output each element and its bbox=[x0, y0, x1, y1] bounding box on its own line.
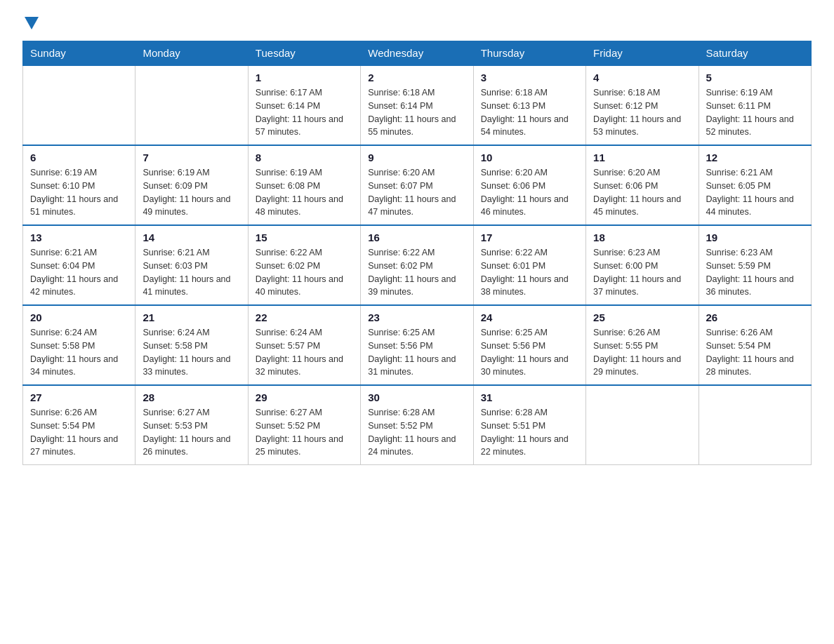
day-info: Sunrise: 6:26 AM Sunset: 5:54 PM Dayligh… bbox=[30, 406, 128, 459]
calendar-cell: 1Sunrise: 6:17 AM Sunset: 6:14 PM Daylig… bbox=[248, 65, 360, 145]
day-info: Sunrise: 6:21 AM Sunset: 6:04 PM Dayligh… bbox=[30, 246, 128, 299]
day-number: 30 bbox=[368, 391, 465, 403]
day-number: 6 bbox=[30, 152, 128, 163]
calendar-cell: 5Sunrise: 6:19 AM Sunset: 6:11 PM Daylig… bbox=[699, 65, 811, 145]
week-row-4: 20Sunrise: 6:24 AM Sunset: 5:58 PM Dayli… bbox=[23, 305, 812, 385]
logo bbox=[22, 17, 41, 29]
day-number: 13 bbox=[30, 232, 128, 243]
day-number: 15 bbox=[256, 232, 353, 243]
day-info: Sunrise: 6:19 AM Sunset: 6:10 PM Dayligh… bbox=[30, 166, 128, 219]
day-number: 27 bbox=[30, 391, 128, 403]
calendar-header-row: SundayMondayTuesdayWednesdayThursdayFrid… bbox=[23, 41, 812, 66]
calendar-cell: 19Sunrise: 6:23 AM Sunset: 5:59 PM Dayli… bbox=[699, 225, 811, 305]
day-info: Sunrise: 6:23 AM Sunset: 5:59 PM Dayligh… bbox=[706, 246, 804, 299]
day-number: 4 bbox=[593, 72, 691, 83]
week-row-3: 13Sunrise: 6:21 AM Sunset: 6:04 PM Dayli… bbox=[23, 225, 812, 305]
day-info: Sunrise: 6:18 AM Sunset: 6:12 PM Dayligh… bbox=[593, 86, 691, 139]
calendar-cell: 20Sunrise: 6:24 AM Sunset: 5:58 PM Dayli… bbox=[23, 305, 135, 385]
calendar-cell: 17Sunrise: 6:22 AM Sunset: 6:01 PM Dayli… bbox=[473, 225, 585, 305]
column-header-wednesday: Wednesday bbox=[361, 41, 473, 66]
week-row-2: 6Sunrise: 6:19 AM Sunset: 6:10 PM Daylig… bbox=[23, 145, 812, 225]
calendar-cell: 29Sunrise: 6:27 AM Sunset: 5:52 PM Dayli… bbox=[248, 385, 360, 465]
day-info: Sunrise: 6:26 AM Sunset: 5:55 PM Dayligh… bbox=[593, 326, 691, 379]
week-row-5: 27Sunrise: 6:26 AM Sunset: 5:54 PM Dayli… bbox=[23, 385, 812, 465]
column-header-thursday: Thursday bbox=[473, 41, 585, 66]
calendar-cell: 12Sunrise: 6:21 AM Sunset: 6:05 PM Dayli… bbox=[699, 145, 811, 225]
day-number: 21 bbox=[143, 311, 240, 323]
day-number: 9 bbox=[368, 152, 465, 163]
day-info: Sunrise: 6:28 AM Sunset: 5:52 PM Dayligh… bbox=[368, 406, 465, 459]
calendar-cell: 4Sunrise: 6:18 AM Sunset: 6:12 PM Daylig… bbox=[586, 65, 699, 145]
day-info: Sunrise: 6:17 AM Sunset: 6:14 PM Dayligh… bbox=[256, 86, 353, 139]
day-number: 11 bbox=[593, 152, 691, 163]
day-info: Sunrise: 6:27 AM Sunset: 5:52 PM Dayligh… bbox=[256, 406, 353, 459]
calendar-cell: 15Sunrise: 6:22 AM Sunset: 6:02 PM Dayli… bbox=[248, 225, 360, 305]
calendar-cell: 18Sunrise: 6:23 AM Sunset: 6:00 PM Dayli… bbox=[586, 225, 699, 305]
calendar-cell: 28Sunrise: 6:27 AM Sunset: 5:53 PM Dayli… bbox=[135, 385, 248, 465]
day-info: Sunrise: 6:24 AM Sunset: 5:58 PM Dayligh… bbox=[143, 326, 240, 379]
calendar-cell: 24Sunrise: 6:25 AM Sunset: 5:56 PM Dayli… bbox=[473, 305, 585, 385]
day-number: 28 bbox=[143, 391, 240, 403]
day-number: 19 bbox=[706, 232, 804, 243]
week-row-1: 1Sunrise: 6:17 AM Sunset: 6:14 PM Daylig… bbox=[23, 65, 812, 145]
calendar-cell: 23Sunrise: 6:25 AM Sunset: 5:56 PM Dayli… bbox=[361, 305, 473, 385]
day-number: 16 bbox=[368, 232, 465, 243]
day-info: Sunrise: 6:24 AM Sunset: 5:58 PM Dayligh… bbox=[30, 326, 128, 379]
calendar-cell: 16Sunrise: 6:22 AM Sunset: 6:02 PM Dayli… bbox=[361, 225, 473, 305]
day-number: 3 bbox=[481, 72, 578, 83]
calendar-cell: 6Sunrise: 6:19 AM Sunset: 6:10 PM Daylig… bbox=[23, 145, 135, 225]
calendar-cell: 25Sunrise: 6:26 AM Sunset: 5:55 PM Dayli… bbox=[586, 305, 699, 385]
day-number: 14 bbox=[143, 232, 240, 243]
day-info: Sunrise: 6:25 AM Sunset: 5:56 PM Dayligh… bbox=[481, 326, 578, 379]
calendar-cell: 21Sunrise: 6:24 AM Sunset: 5:58 PM Dayli… bbox=[135, 305, 248, 385]
day-info: Sunrise: 6:19 AM Sunset: 6:09 PM Dayligh… bbox=[143, 166, 240, 219]
day-number: 22 bbox=[256, 311, 353, 323]
calendar-cell bbox=[586, 385, 699, 465]
calendar-cell: 13Sunrise: 6:21 AM Sunset: 6:04 PM Dayli… bbox=[23, 225, 135, 305]
calendar-cell: 7Sunrise: 6:19 AM Sunset: 6:09 PM Daylig… bbox=[135, 145, 248, 225]
column-header-friday: Friday bbox=[586, 41, 699, 66]
day-info: Sunrise: 6:21 AM Sunset: 6:03 PM Dayligh… bbox=[143, 246, 240, 299]
calendar-cell: 14Sunrise: 6:21 AM Sunset: 6:03 PM Dayli… bbox=[135, 225, 248, 305]
day-number: 23 bbox=[368, 311, 465, 323]
day-info: Sunrise: 6:19 AM Sunset: 6:08 PM Dayligh… bbox=[256, 166, 353, 219]
day-info: Sunrise: 6:19 AM Sunset: 6:11 PM Dayligh… bbox=[706, 86, 804, 139]
day-info: Sunrise: 6:21 AM Sunset: 6:05 PM Dayligh… bbox=[706, 166, 804, 219]
calendar-cell: 30Sunrise: 6:28 AM Sunset: 5:52 PM Dayli… bbox=[361, 385, 473, 465]
day-number: 10 bbox=[481, 152, 578, 163]
day-info: Sunrise: 6:28 AM Sunset: 5:51 PM Dayligh… bbox=[481, 406, 578, 459]
calendar-cell: 22Sunrise: 6:24 AM Sunset: 5:57 PM Dayli… bbox=[248, 305, 360, 385]
day-info: Sunrise: 6:20 AM Sunset: 6:06 PM Dayligh… bbox=[593, 166, 691, 219]
calendar-cell: 11Sunrise: 6:20 AM Sunset: 6:06 PM Dayli… bbox=[586, 145, 699, 225]
column-header-sunday: Sunday bbox=[23, 41, 135, 66]
calendar-cell bbox=[699, 385, 811, 465]
day-info: Sunrise: 6:22 AM Sunset: 6:02 PM Dayligh… bbox=[256, 246, 353, 299]
day-info: Sunrise: 6:25 AM Sunset: 5:56 PM Dayligh… bbox=[368, 326, 465, 379]
day-number: 29 bbox=[256, 391, 353, 403]
day-number: 31 bbox=[481, 391, 578, 403]
calendar-cell: 2Sunrise: 6:18 AM Sunset: 6:14 PM Daylig… bbox=[361, 65, 473, 145]
day-info: Sunrise: 6:20 AM Sunset: 6:07 PM Dayligh… bbox=[368, 166, 465, 219]
day-info: Sunrise: 6:26 AM Sunset: 5:54 PM Dayligh… bbox=[706, 326, 804, 379]
calendar-cell: 26Sunrise: 6:26 AM Sunset: 5:54 PM Dayli… bbox=[699, 305, 811, 385]
day-number: 12 bbox=[706, 152, 804, 163]
day-number: 18 bbox=[593, 232, 691, 243]
day-info: Sunrise: 6:22 AM Sunset: 6:02 PM Dayligh… bbox=[368, 246, 465, 299]
day-number: 20 bbox=[30, 311, 128, 323]
column-header-saturday: Saturday bbox=[699, 41, 811, 66]
logo-triangle-icon bbox=[25, 17, 39, 29]
day-number: 8 bbox=[256, 152, 353, 163]
day-info: Sunrise: 6:18 AM Sunset: 6:14 PM Dayligh… bbox=[368, 86, 465, 139]
column-header-monday: Monday bbox=[135, 41, 248, 66]
day-number: 2 bbox=[368, 72, 465, 83]
day-number: 26 bbox=[706, 311, 804, 323]
day-info: Sunrise: 6:24 AM Sunset: 5:57 PM Dayligh… bbox=[256, 326, 353, 379]
day-number: 17 bbox=[481, 232, 578, 243]
day-info: Sunrise: 6:18 AM Sunset: 6:13 PM Dayligh… bbox=[481, 86, 578, 139]
day-number: 24 bbox=[481, 311, 578, 323]
calendar-cell bbox=[135, 65, 248, 145]
day-number: 5 bbox=[706, 72, 804, 83]
calendar-cell bbox=[23, 65, 135, 145]
calendar-cell: 27Sunrise: 6:26 AM Sunset: 5:54 PM Dayli… bbox=[23, 385, 135, 465]
day-info: Sunrise: 6:27 AM Sunset: 5:53 PM Dayligh… bbox=[143, 406, 240, 459]
